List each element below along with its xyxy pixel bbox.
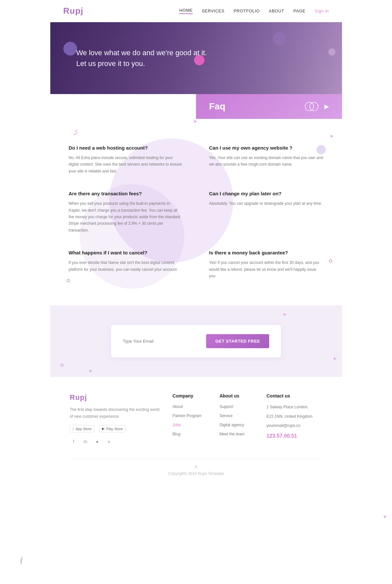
faq-banner-icons: ▶ bbox=[305, 102, 329, 111]
hero-circle-4 bbox=[328, 48, 335, 56]
faq-q-1: Can I use my own agency website ? bbox=[209, 145, 323, 151]
overlap-circles-icon bbox=[305, 102, 319, 111]
store-badges:  App Store ▶ Play Store bbox=[70, 425, 163, 432]
nav-home[interactable]: HOME bbox=[179, 8, 193, 14]
about-heading: About us bbox=[220, 393, 257, 398]
faq-a-5: Yes! If you cancel your account within t… bbox=[209, 259, 323, 279]
faq-arrow-icon[interactable]: ▶ bbox=[324, 103, 329, 110]
company-about-link[interactable]: About bbox=[172, 404, 210, 410]
footer: ▶ ⨐ Rupj The first step towards discover… bbox=[50, 377, 342, 486]
nav-services[interactable]: SERVICES bbox=[202, 8, 225, 13]
about-service-link[interactable]: Service bbox=[220, 413, 257, 419]
footer-bottom: Copyrights 2018 Rups Template bbox=[70, 459, 322, 476]
contact-address2: E15 1NN, United Kingdom bbox=[267, 413, 322, 420]
signin-link[interactable]: Sign in bbox=[315, 8, 329, 13]
faq-q-3: Can I change my plan later on? bbox=[209, 191, 323, 196]
company-jobs-link[interactable]: Jobs bbox=[172, 422, 210, 428]
social-links: f in ● v bbox=[70, 438, 163, 446]
company-heading: Company bbox=[172, 393, 210, 398]
app-store-badge[interactable]:  App Store bbox=[70, 425, 95, 432]
copyright-text: Copyrights 2018 Rups Template bbox=[168, 471, 224, 476]
app-store-label: App Store bbox=[76, 427, 92, 431]
faq-q-5: Is there a money back guarantee? bbox=[209, 250, 323, 255]
faq-a-4: If you ever decide that Name site isn't … bbox=[69, 259, 183, 273]
instagram-link[interactable]: ● bbox=[93, 438, 101, 446]
play-icon: ▶ bbox=[102, 427, 105, 431]
deco-circle-sm-r bbox=[329, 259, 332, 263]
deco-arrow-top: ▶ bbox=[194, 119, 197, 123]
faq-banner-title: Faq bbox=[209, 101, 225, 112]
play-store-label: Play Store bbox=[106, 427, 123, 431]
nav-portfolio[interactable]: PROTFOLIO bbox=[234, 8, 260, 13]
faq-banner: Faq ▶ bbox=[196, 94, 342, 119]
cta-deco-arrow: ▶ bbox=[284, 312, 286, 316]
contact-heading: Contact us bbox=[267, 393, 322, 398]
get-started-button[interactable]: GET STARTED FREE bbox=[206, 334, 269, 348]
hero-line1: We love what we do and we're good at it. bbox=[76, 47, 207, 58]
cta-box: GET STARTED FREE bbox=[111, 325, 281, 357]
deco-arrow-tr: ▶ bbox=[331, 134, 334, 138]
deco-curve-1: ⥄ bbox=[71, 128, 80, 137]
faq-section: ⥄ ▶ ▶ ⨐ ▶ ▶ Do I need a web hosting acco… bbox=[50, 119, 342, 305]
hero-content: We love what we do and we're good at it.… bbox=[50, 47, 233, 69]
navbar: Rupj HOME SERVICES PROTFOLIO ABOUT PAGE … bbox=[50, 0, 342, 22]
cta-deco-dot bbox=[60, 363, 64, 367]
faq-item-0: Do I need a web hosting account? No. All… bbox=[69, 145, 183, 174]
footer-brand: Rupj The first step towards discovering … bbox=[70, 393, 163, 446]
faq-item-2: Are there any transaction fees? When you… bbox=[69, 191, 183, 234]
footer-bottom-dot bbox=[195, 465, 197, 468]
hero-circle-3 bbox=[273, 32, 286, 46]
contact-email: youremail@rups.co bbox=[267, 422, 322, 429]
about-team-link[interactable]: Meet the team bbox=[220, 431, 257, 437]
faq-a-2: When you sell your products using the bu… bbox=[69, 200, 183, 234]
cta-deco-arrow3: ▶ bbox=[90, 368, 92, 373]
cta-section: ▶ ▶ ▶ GET STARTED FREE bbox=[50, 305, 342, 377]
faq-item-1: Can I use my own agency website ? Yes. Y… bbox=[209, 145, 323, 174]
play-store-badge[interactable]: ▶ Play Store bbox=[99, 425, 126, 432]
vimeo-link[interactable]: v bbox=[105, 438, 113, 446]
footer-about-col: About us Support Service Digital agency … bbox=[220, 393, 257, 446]
apple-icon:  bbox=[73, 427, 74, 431]
hero-section: We love what we do and we're good at it.… bbox=[50, 22, 342, 94]
nav-links: HOME SERVICES PROTFOLIO ABOUT PAGE Sign … bbox=[179, 8, 329, 14]
footer-grid: Rupj The first step towards discovering … bbox=[70, 393, 322, 446]
cta-deco-arrow2: ▶ bbox=[334, 356, 337, 361]
faq-item-3: Can I change my plan later on? Absolutel… bbox=[209, 191, 323, 234]
faq-banner-wrapper: Faq ▶ bbox=[50, 94, 342, 119]
facebook-link[interactable]: f bbox=[70, 438, 78, 446]
faq-q-2: Are there any transaction fees? bbox=[69, 191, 183, 196]
footer-contact-col: Contact us 1 Salway Place London, E15 1N… bbox=[267, 393, 322, 446]
faq-a-3: Absolutely. You can upgrade or downgrade… bbox=[209, 200, 323, 207]
faq-q-4: What happens if I want to cancel? bbox=[69, 250, 183, 255]
nav-page[interactable]: PAGE bbox=[293, 8, 305, 13]
about-support-link[interactable]: Support bbox=[220, 404, 257, 410]
linkedin-link[interactable]: in bbox=[82, 438, 90, 446]
contact-phone: 123.57.00.51 bbox=[267, 431, 322, 440]
company-partner-link[interactable]: Partner Program bbox=[172, 413, 210, 419]
deco-circle-sm-l bbox=[67, 279, 70, 282]
hero-line2: Let us prove it to you. bbox=[76, 58, 207, 69]
faq-a-1: Yes. Your site can use an existing domai… bbox=[209, 154, 323, 168]
email-input[interactable] bbox=[123, 335, 206, 347]
footer-company-col: Company About Partner Program Jobs Blog bbox=[172, 393, 210, 446]
contact-address1: 1 Salway Place London, bbox=[267, 404, 322, 410]
faq-grid: Do I need a web hosting account? No. All… bbox=[69, 138, 323, 279]
about-digital-link[interactable]: Digital agency bbox=[220, 422, 257, 428]
nav-about[interactable]: ABOUT bbox=[269, 8, 284, 13]
faq-q-0: Do I need a web hosting account? bbox=[69, 145, 183, 151]
faq-item-4: What happens if I want to cancel? If you… bbox=[69, 250, 183, 279]
footer-tagline: The first step towards discovering the e… bbox=[70, 406, 163, 420]
faq-item-5: Is there a money back guarantee? Yes! If… bbox=[209, 250, 323, 279]
logo[interactable]: Rupj bbox=[63, 6, 84, 16]
company-blog-link[interactable]: Blog bbox=[172, 431, 210, 437]
footer-logo: Rupj bbox=[70, 393, 163, 402]
faq-a-0: No. All Evha plans include secure, unlim… bbox=[69, 154, 183, 174]
